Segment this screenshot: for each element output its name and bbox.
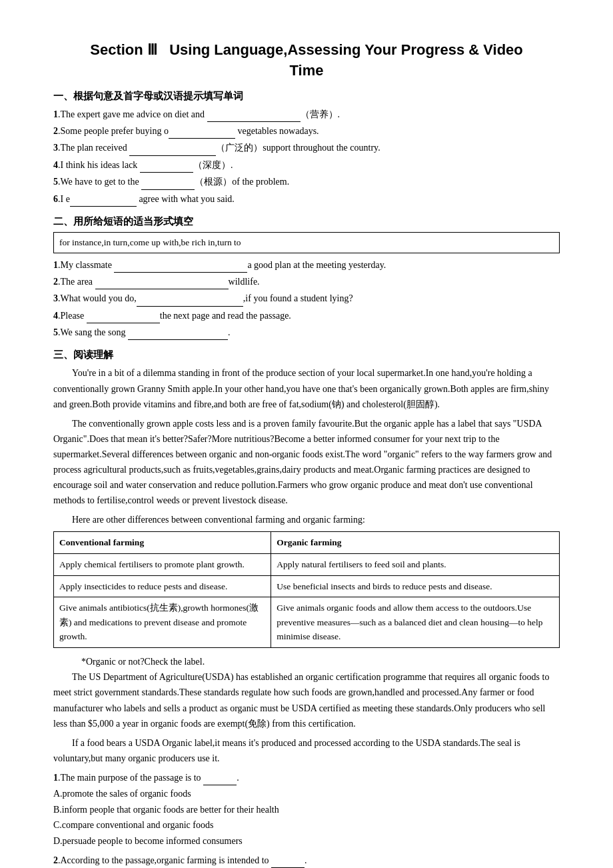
blank-1-1	[207, 107, 301, 122]
option-d: D.persuade people to become informed con…	[53, 834, 560, 849]
section-label: Section	[90, 41, 147, 58]
part1-q3: 3.The plan received （广泛的）support through…	[53, 140, 560, 155]
section-roman: Ⅲ	[147, 41, 157, 58]
blank-1-4	[140, 157, 193, 173]
option-b: B.inform people that organic foods are b…	[53, 803, 560, 817]
blank-r1	[203, 770, 237, 785]
reading-q1-options: A.promote the sales of organic foods B.i…	[53, 787, 560, 849]
page-title: Section Ⅲ Using Language,Assessing Your …	[53, 40, 560, 81]
title-rest: Using Language,Assessing Your Progress &…	[157, 41, 523, 58]
part2-q2: 2.The area wildlife.	[53, 274, 560, 289]
part1-q4: 4.I think his ideas lack （深度）.	[53, 157, 560, 173]
table-col2-header: Organic farming	[271, 532, 560, 554]
phrase-box: for instance,in turn,come up with,be ric…	[53, 232, 560, 253]
option-a: A.promote the sales of organic foods	[53, 787, 560, 801]
table-row: Apply chemical fertilisers to promote pl…	[54, 554, 560, 576]
blank-1-3	[129, 140, 216, 155]
blank-2-3	[137, 291, 243, 306]
blank-2-2	[95, 274, 229, 289]
reading-q1: 1.The main purpose of the passage is to …	[53, 770, 560, 785]
part1-q6: 6.I e agree with what you said.	[53, 191, 560, 207]
part1-q5: 5.We have to get to the （根源）of the probl…	[53, 174, 560, 189]
blank-2-4	[87, 308, 160, 323]
table-cell: Use beneficial insects and birds to redu…	[271, 575, 560, 597]
blank-1-2	[169, 123, 235, 139]
table-cell: Apply chemical fertilisers to promote pl…	[54, 554, 271, 576]
reading-para-2: The conventionally grown apple costs les…	[53, 416, 560, 509]
after-table-para-3: If a food bears a USDA Organic label,it …	[53, 735, 560, 766]
table-col1-header: Conventional farming	[54, 532, 271, 554]
part3-heading: 三、阅读理解	[53, 347, 560, 363]
after-table-para-2: The US Department of Agriculture(USDA) h…	[53, 669, 560, 731]
option-c: C.compare conventional and organic foods	[53, 818, 560, 833]
table-cell: Give animals antibiotics(抗生素),growth hor…	[54, 597, 271, 648]
table-cell: Apply insecticides to reduce pests and d…	[54, 575, 271, 597]
part2-q5: 5.We sang the song .	[53, 325, 560, 340]
part2-heading: 二、用所给短语的适当形式填空	[53, 213, 560, 229]
blank-1-6	[70, 191, 137, 207]
table-row: Give animals antibiotics(抗生素),growth hor…	[54, 597, 560, 648]
title-line1: Section Ⅲ Using Language,Assessing Your …	[53, 40, 560, 61]
farming-comparison-table: Conventional farming Organic farming App…	[53, 531, 560, 648]
star-note: *Organic or not?Check the label.	[72, 655, 560, 669]
reading-q2: 2.According to the passage,organic farmi…	[53, 853, 560, 868]
table-cell: Apply natural fertilisers to feed soil a…	[271, 554, 560, 576]
table-cell: Give animals organic foods and allow the…	[271, 597, 560, 648]
reading-para-1: You're in a bit of a dilemma standing in…	[53, 365, 560, 411]
part1-q2: 2.Some people prefer buying o vegetables…	[53, 123, 560, 139]
part2-q1: 1.My classmate a good plan at the meetin…	[53, 257, 560, 273]
blank-1-5	[141, 174, 195, 189]
blank-2-1	[114, 257, 247, 273]
table-row: Apply insecticides to reduce pests and d…	[54, 575, 560, 597]
blank-2-5	[128, 325, 228, 340]
part1-q1: 1.The expert gave me advice on diet and …	[53, 107, 560, 122]
part2-q3: 3.What would you do, ,if you found a stu…	[53, 291, 560, 306]
reading-para-3: Here are other differences between conve…	[53, 512, 560, 527]
blank-r2	[271, 853, 305, 868]
part1-heading: 一、根据句意及首字母或汉语提示填写单词	[53, 88, 560, 104]
title-line2: Time	[53, 61, 560, 81]
part2-q4: 4.Please the next page and read the pass…	[53, 308, 560, 323]
